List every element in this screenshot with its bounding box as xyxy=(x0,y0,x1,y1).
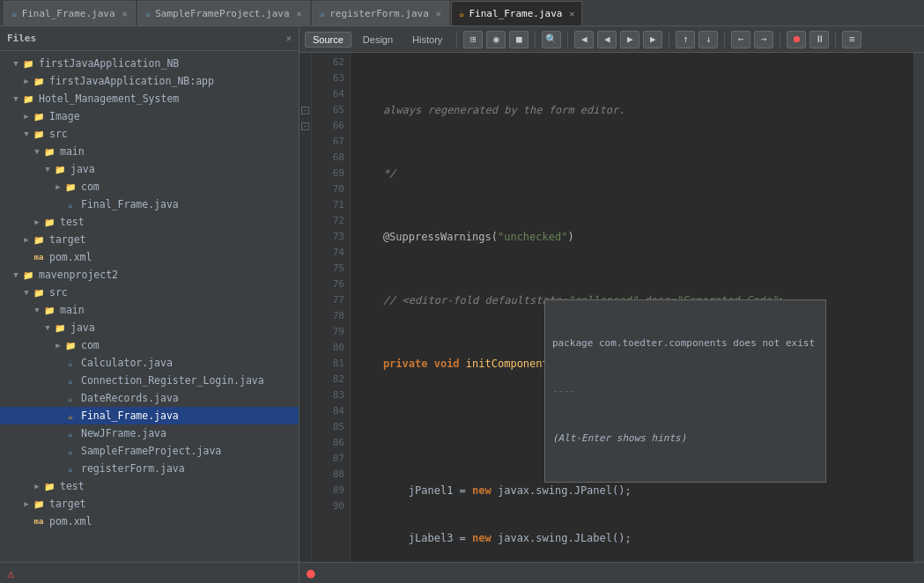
tree-arrow: ▼ xyxy=(11,270,21,279)
tree-item-pom-1[interactable]: ma pom.xml xyxy=(0,248,299,266)
toolbar-btn-search[interactable]: 🔍 xyxy=(542,31,561,48)
design-button[interactable]: Design xyxy=(355,32,401,48)
java-file-icon: ☕ xyxy=(63,427,78,439)
tab-register-form[interactable]: ☕ registerForm.java ✕ xyxy=(312,1,449,26)
toolbar-btn-fwd[interactable]: → xyxy=(754,31,773,48)
tree-label: test xyxy=(60,216,85,228)
tree-label: com xyxy=(81,181,100,193)
tree-arrow: ▼ xyxy=(11,94,21,103)
java-file-icon: ☕ xyxy=(63,198,78,210)
toolbar-btn-stop[interactable]: ⏸ xyxy=(809,31,829,48)
java-file-icon-4: ☕ xyxy=(459,8,465,19)
tree-item-com-1[interactable]: ▶ 📁 com xyxy=(0,178,299,196)
toolbar-btn-3[interactable]: ■ xyxy=(509,31,529,48)
tree-item-firstjavaapp-app[interactable]: ▶ 📁 firstJavaApplication_NB:app xyxy=(0,72,299,90)
tree-label: main xyxy=(60,145,85,158)
tree-label: mavenproject2 xyxy=(39,269,118,281)
java-file-icon: ☕ xyxy=(63,392,78,404)
code-content[interactable]: always regenerated by the form editor. *… xyxy=(351,53,913,562)
folder-icon: 📁 xyxy=(21,57,35,70)
folder-icon: 📁 xyxy=(32,498,46,510)
tab-close-3[interactable]: ✕ xyxy=(436,9,441,18)
folder-icon: 📁 xyxy=(53,163,67,175)
folder-icon: 📁 xyxy=(32,233,46,246)
tree-item-java-1[interactable]: ▼ 📁 java xyxy=(0,160,299,178)
tree-item-maven2[interactable]: ▼ 📁 mavenproject2 xyxy=(0,266,299,284)
tree-label: com xyxy=(81,339,100,351)
tree-item-target-2[interactable]: ▶ 📁 target xyxy=(0,495,299,513)
tab-sample-frame[interactable]: ☕ SampleFrameProject.java ✕ xyxy=(137,1,310,26)
tree-item-connection[interactable]: ☕ Connection_Register_Login.java xyxy=(0,372,299,389)
tree-item-pom-2[interactable]: ma pom.xml xyxy=(0,513,299,530)
toolbar-btn-4[interactable]: ◀ xyxy=(574,31,594,48)
tree-item-main-2[interactable]: ▼ 📁 main xyxy=(0,301,299,319)
tree-item-com-2[interactable]: ▶ 📁 com xyxy=(0,336,299,354)
tree-item-daterecords[interactable]: ☕ DateRecords.java xyxy=(0,389,299,407)
toolbar-separator-2 xyxy=(535,32,536,48)
file-tree[interactable]: ▼ 📁 firstJavaApplication_NB ▶ 📁 firstJav… xyxy=(0,51,299,562)
toolbar-btn-2[interactable]: ◉ xyxy=(486,31,506,48)
tree-item-target-1[interactable]: ▶ 📁 target xyxy=(0,231,299,248)
folder-icon: 📁 xyxy=(32,286,46,299)
tooltip-hint: (Alt-Enter shows hints) xyxy=(552,431,818,446)
tree-arrow: ▶ xyxy=(21,235,32,244)
tab-close-4[interactable]: ✕ xyxy=(569,9,574,18)
tab-final-frame-active[interactable]: ☕ Final_Frame.java ✕ xyxy=(451,1,583,26)
tree-arrow: ▼ xyxy=(42,165,53,173)
java-file-icon: ☕ xyxy=(63,445,78,457)
tree-label: Connection_Register_Login.java xyxy=(81,374,264,387)
tree-item-src-1[interactable]: ▼ 📁 src xyxy=(0,125,299,143)
tree-arrow: ▶ xyxy=(21,499,32,508)
tree-item-src-2[interactable]: ▼ 📁 src xyxy=(0,284,299,301)
folder-icon: 📁 xyxy=(32,75,46,87)
top-tab-bar: ☕ Final_Frame.java ✕ ☕ SampleFrameProjec… xyxy=(0,0,924,26)
source-button[interactable]: Source xyxy=(305,32,351,48)
tree-item-java-2[interactable]: ▼ 📁 java xyxy=(0,319,299,336)
tooltip-separator: ---- xyxy=(552,383,818,399)
toolbar-separator-3 xyxy=(567,32,568,48)
tree-arrow: ▼ xyxy=(42,323,53,332)
tree-item-sampleframe[interactable]: ☕ SampleFrameProject.java xyxy=(0,442,299,460)
file-panel-close-icon[interactable]: ✕ xyxy=(285,33,292,44)
tree-item-finalframe-1[interactable]: ☕ Final_Frame.java xyxy=(0,196,299,213)
fold-marker-66[interactable]: - xyxy=(301,122,309,130)
tree-label: pom.xml xyxy=(49,515,92,528)
toolbar-btn-7[interactable]: ▶ xyxy=(643,31,662,48)
tree-label: test xyxy=(60,480,85,492)
toolbar-btn-5[interactable]: ◀ xyxy=(597,31,617,48)
fold-marker-65[interactable]: - xyxy=(301,107,309,114)
vertical-scrollbar[interactable] xyxy=(913,53,924,562)
tree-item-firstjavaapp[interactable]: ▼ 📁 firstJavaApplication_NB xyxy=(0,55,299,72)
folder-icon: 📁 xyxy=(63,181,78,193)
java-file-icon: ☕ xyxy=(63,462,78,475)
toolbar-btn-1[interactable]: ⊞ xyxy=(463,31,483,48)
line-numbers: 62 63 64 65 66 67 68 69 70 71 72 73 74 7… xyxy=(312,53,351,562)
toolbar-btn-9[interactable]: ↓ xyxy=(699,31,718,48)
history-button[interactable]: History xyxy=(404,32,450,48)
toolbar-separator xyxy=(456,32,457,48)
folder-icon: 📁 xyxy=(32,110,46,122)
toolbar-btn-record[interactable]: ⏺ xyxy=(787,31,806,48)
tree-item-hotel[interactable]: ▼ 📁 Hotel_Management_System xyxy=(0,90,299,107)
folder-icon: 📁 xyxy=(53,321,67,334)
tree-item-finalframe-active[interactable]: ☕ Final_Frame.java xyxy=(0,407,299,424)
tab-close-1[interactable]: ✕ xyxy=(122,9,128,18)
xml-file-icon-2: ma xyxy=(32,515,46,528)
tree-arrow: ▼ xyxy=(21,288,32,297)
tree-item-newjframe[interactable]: ☕ NewJFrame.java xyxy=(0,424,299,442)
tree-item-image[interactable]: ▶ 📁 Image xyxy=(0,107,299,125)
toolbar-btn-6[interactable]: ▶ xyxy=(620,31,639,48)
tree-label: target xyxy=(49,498,86,510)
tree-item-test-2[interactable]: ▶ 📁 test xyxy=(0,477,299,495)
toolbar-btn-back[interactable]: ← xyxy=(731,31,750,48)
tree-item-test-1[interactable]: ▶ 📁 test xyxy=(0,213,299,231)
tree-item-calculator[interactable]: ☕ Calculator.java xyxy=(0,354,299,372)
tab-final-frame-1[interactable]: ☕ Final_Frame.java ✕ xyxy=(4,1,136,26)
tree-item-main-1[interactable]: ▼ 📁 main xyxy=(0,143,299,160)
java-file-icon-2: ☕ xyxy=(145,8,152,19)
toolbar-btn-8[interactable]: ↑ xyxy=(676,31,695,48)
tree-item-registerform[interactable]: ☕ registerForm.java xyxy=(0,460,299,477)
toolbar-btn-more[interactable]: ≡ xyxy=(842,31,861,48)
error-dot: ● xyxy=(307,565,315,581)
tab-close-2[interactable]: ✕ xyxy=(297,9,302,18)
